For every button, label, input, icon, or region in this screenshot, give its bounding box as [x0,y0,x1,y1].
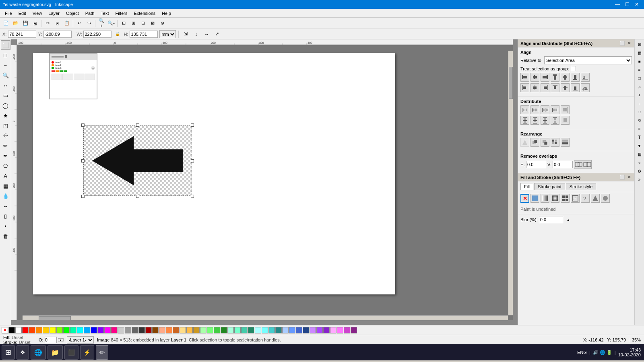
snap-icon[interactable]: ∷ [636,108,644,116]
rearrange-btn1[interactable] [520,138,529,147]
transform-btn4[interactable]: ⤢ [213,30,221,39]
handle-middle-right[interactable] [191,159,194,162]
unit-select[interactable]: mm px cm in [159,30,176,38]
align-center-page-h[interactable] [561,83,570,92]
handle-bottom-left[interactable] [81,195,85,198]
menu-file[interactable]: File [2,10,15,16]
transform-btn3[interactable]: ↔ [202,30,211,39]
v-scroll-thumb[interactable] [509,67,513,99]
symbols-icon[interactable]: ≡ [636,66,644,74]
align-right-edges[interactable] [541,73,549,82]
pattern-btn[interactable] [561,194,570,203]
stroke-paint-tab[interactable]: Stroke paint [534,183,565,190]
vertical-scrollbar[interactable] [508,51,513,315]
opacity-input[interactable] [45,337,57,343]
terminal-button[interactable]: ⬛ [64,345,78,360]
color-blue[interactable] [91,327,97,333]
open-button[interactable]: 📂 [11,19,20,28]
paste-button[interactable]: 📋 [62,19,71,28]
menu-path[interactable]: Path [82,10,98,16]
color-forest-green[interactable] [221,327,227,333]
gradient-tool[interactable]: ▦ [1,181,10,191]
render-icon[interactable]: ○ [636,158,644,167]
task-view-button[interactable]: ❖ [17,345,29,360]
mesh-gradient-btn[interactable] [591,194,600,203]
canvas-area[interactable]: -200 -100 0 100 200 300 400 [11,39,518,325]
fill-panel-close[interactable]: ✕ [627,175,632,180]
flat-color-btn[interactable] [530,194,539,203]
zoom-in-button[interactable]: 🔍+ [97,19,106,28]
color-darker-gray[interactable] [138,327,145,333]
color-royal-blue[interactable] [296,327,302,333]
rearrange-btn5[interactable] [561,138,570,147]
fill-panel-detach[interactable]: ⬜ [619,175,626,180]
dist-right-page[interactable] [561,105,570,114]
color-pink[interactable] [337,327,343,333]
color-light-orange[interactable] [166,327,172,333]
v-overlap-input[interactable] [553,161,573,168]
rearrange-btn4[interactable] [551,138,559,147]
dist-top-edges[interactable] [520,116,529,125]
color-dark-purple[interactable] [323,327,330,333]
calligraphy-tool[interactable]: ⎔ [1,161,10,171]
h-scroll-thumb[interactable] [39,316,71,320]
color-cyan-blue[interactable] [84,327,90,333]
dist-left-edges[interactable] [520,105,529,114]
dist-centers-h[interactable] [530,105,539,114]
undo-button[interactable]: ↩ [75,19,84,28]
align-center-vertical[interactable] [530,73,539,82]
paint-bucket-tool[interactable]: 🗑 [1,231,10,241]
start-button[interactable]: ⊞ [2,345,15,360]
edge-browser-button[interactable]: 🌐 [31,345,46,360]
h-overlap-input[interactable] [526,161,546,168]
color-teal-light[interactable] [241,327,248,333]
snap-btn3[interactable]: ⊟ [138,19,147,28]
color-terracotta[interactable] [173,327,179,333]
eraser-tool[interactable]: ▯ [1,211,10,221]
blur-spinner-up[interactable]: ▲ [566,218,571,222]
swatches-icon[interactable]: ■ [636,57,644,65]
color-medium-cyan[interactable] [268,327,275,333]
color-gold[interactable] [186,327,193,333]
3d-box-tool[interactable]: ◰ [1,121,10,130]
align-panel-detach[interactable]: ⬜ [619,41,626,46]
handle-top-right[interactable] [191,123,194,127]
layers-icon[interactable]: ▦ [636,49,644,57]
minimize-button[interactable]: — [613,1,621,8]
settings-icon[interactable]: ⚙ [636,167,644,175]
menu-view[interactable]: View [29,10,45,16]
unknown-paint-btn[interactable]: ? [581,194,590,203]
pencil-tool[interactable]: ✏ [1,141,10,150]
dist-bottom-page[interactable] [561,116,570,125]
color-yellow[interactable] [50,327,56,333]
file-explorer-button[interactable]: 📁 [47,345,63,360]
color-yellow-orange[interactable] [43,327,49,333]
snap-btn2[interactable]: ⊞ [129,19,138,28]
powershell-button[interactable]: ⚡ [80,345,94,360]
close-button[interactable]: ✕ [633,1,641,8]
filter-icon[interactable]: ▼ [636,142,644,150]
color-brown[interactable] [152,327,159,333]
color-pink-light[interactable] [330,327,336,333]
zoom-level[interactable]: 35% [632,337,641,342]
node-tool[interactable]: □ [1,50,10,60]
color-red[interactable] [22,327,29,333]
align-icon[interactable]: ≡ [636,125,644,133]
dist-right-edges[interactable] [541,105,549,114]
color-navy[interactable] [303,327,309,333]
dist-centers-v[interactable] [530,116,539,125]
color-seafoam[interactable] [234,327,241,333]
handle-top-left[interactable] [81,123,85,127]
align-text-baseline[interactable]: a [581,73,590,82]
maximize-button[interactable]: ☐ [623,1,631,8]
align-left-page[interactable] [520,83,529,92]
align-text-last[interactable]: ya [581,83,590,92]
color-yellow-green[interactable] [56,327,63,333]
dist-gaps-h[interactable] [551,105,559,114]
color-magenta[interactable] [104,327,111,333]
transform-btn1[interactable]: ⇲ [181,30,190,39]
align-bottom-edges[interactable] [571,73,580,82]
color-orange-red[interactable] [29,327,35,333]
menu-help[interactable]: Help [159,10,174,16]
trace-icon[interactable]: ▦ [636,150,644,158]
